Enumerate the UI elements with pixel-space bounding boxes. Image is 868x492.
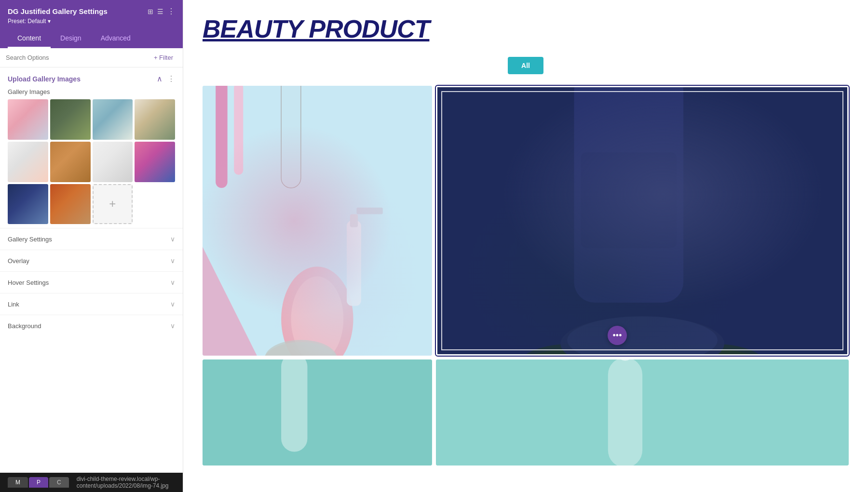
fab-dots-icon: ••• <box>613 331 622 341</box>
svg-rect-2 <box>216 86 227 188</box>
background-header[interactable]: Background ∨ <box>0 315 183 336</box>
sidebar-title: DG Justified Gallery Settings <box>8 7 143 15</box>
filter-row: All <box>203 57 849 74</box>
tab-advanced[interactable]: Advanced <box>91 29 140 48</box>
search-input[interactable] <box>6 54 146 61</box>
gallery-item-large[interactable] <box>203 86 432 356</box>
upload-gallery-title: Upload Gallery Images <box>8 75 81 83</box>
link-label: Link <box>8 301 19 308</box>
bottom-tab-p[interactable]: P <box>29 477 48 488</box>
svg-rect-14 <box>574 87 683 303</box>
filter-all-button[interactable]: All <box>508 57 543 74</box>
gallery-settings-label: Gallery Settings <box>8 236 52 243</box>
svg-point-8 <box>261 342 340 356</box>
thumb-3[interactable] <box>93 99 133 140</box>
thumb-10[interactable] <box>50 184 91 225</box>
overlay-header[interactable]: Overlay ∨ <box>0 250 183 271</box>
svg-point-23 <box>567 316 718 354</box>
link-header[interactable]: Link ∨ <box>0 293 183 315</box>
thumb-6[interactable] <box>50 142 91 182</box>
svg-rect-10 <box>347 221 361 306</box>
selection-border <box>441 91 843 350</box>
thumb-8[interactable] <box>135 142 175 182</box>
sidebar-header: DG Justified Gallery Settings ⊞ ☰ ⋮ Pres… <box>0 0 183 48</box>
thumb-2[interactable] <box>50 99 91 140</box>
sidebar: DG Justified Gallery Settings ⊞ ☰ ⋮ Pres… <box>0 0 183 492</box>
gallery-grid <box>203 86 849 465</box>
link-chevron: ∨ <box>170 300 175 308</box>
svg-rect-18 <box>581 152 676 248</box>
svg-point-22 <box>560 316 724 354</box>
add-image-button[interactable]: + <box>93 184 133 225</box>
sidebar-content: Upload Gallery Images ∧ ⋮ Gallery Images <box>0 67 183 473</box>
svg-point-20 <box>519 344 629 354</box>
upload-gallery-section-header: Upload Gallery Images ∧ ⋮ <box>0 67 183 86</box>
svg-rect-25 <box>281 359 307 452</box>
hover-settings-chevron: ∨ <box>170 279 175 286</box>
svg-rect-28 <box>608 359 642 465</box>
background-label: Background <box>8 322 41 330</box>
sidebar-tabs: Content Design Advanced <box>8 29 175 48</box>
collapse-icon[interactable]: ∧ <box>157 74 163 83</box>
sidebar-title-row: DG Justified Gallery Settings ⊞ ☰ ⋮ <box>8 7 175 16</box>
hover-settings-label: Hover Settings <box>8 279 49 286</box>
image-grid: + <box>0 99 183 228</box>
page-title: BEAUTY PRODUCT <box>203 14 849 43</box>
gallery-settings-chevron: ∨ <box>170 235 175 243</box>
svg-point-21 <box>656 344 765 354</box>
bottom-bar: M P C divi-child-theme-review.local/wp-c… <box>0 473 183 492</box>
gallery-item-sm2[interactable] <box>436 359 849 465</box>
gallery-settings-header[interactable]: Gallery Settings ∨ <box>0 228 183 250</box>
svg-rect-13 <box>437 87 847 354</box>
section-controls: ∧ ⋮ <box>157 74 175 83</box>
overlay-chevron: ∨ <box>170 257 175 265</box>
bottom-url: divi-child-theme-review.local/wp-content… <box>77 476 175 489</box>
grid-icon[interactable]: ⊞ <box>148 8 153 15</box>
thumb-7[interactable] <box>93 142 133 182</box>
bottom-tabs: M P C <box>8 477 69 488</box>
background-chevron: ∨ <box>170 322 175 330</box>
thumb-1[interactable] <box>8 99 48 140</box>
svg-rect-12 <box>356 208 382 214</box>
svg-rect-4 <box>281 86 301 188</box>
hover-settings-section: Hover Settings ∨ <box>0 271 183 293</box>
gallery-page: BEAUTY PRODUCT All <box>183 0 868 492</box>
svg-rect-11 <box>350 214 358 227</box>
svg-rect-3 <box>234 86 243 175</box>
overlay-label: Overlay <box>8 257 29 265</box>
main-layout: DG Justified Gallery Settings ⊞ ☰ ⋮ Pres… <box>0 0 868 492</box>
gallery-settings-section: Gallery Settings ∨ <box>0 228 183 250</box>
gallery-item-sm1[interactable] <box>203 359 432 465</box>
svg-marker-1 <box>203 247 281 356</box>
background-section: Background ∨ <box>0 315 183 336</box>
thumb-4[interactable] <box>135 99 175 140</box>
hover-settings-header[interactable]: Hover Settings ∨ <box>0 272 183 293</box>
svg-point-6 <box>281 266 353 356</box>
bottom-tab-m[interactable]: M <box>8 477 28 488</box>
tab-content[interactable]: Content <box>8 29 51 48</box>
svg-rect-24 <box>203 359 432 465</box>
svg-rect-0 <box>203 86 432 356</box>
thumb-9[interactable] <box>8 184 48 225</box>
sidebar-search-row: + Filter <box>0 48 183 67</box>
svg-point-9 <box>265 340 337 356</box>
preset-label[interactable]: Preset: Default ▾ <box>8 18 175 25</box>
link-section: Link ∨ <box>0 293 183 315</box>
columns-icon[interactable]: ☰ <box>157 8 163 15</box>
overlay-section: Overlay ∨ <box>0 250 183 271</box>
main-content: BEAUTY PRODUCT All <box>183 0 868 492</box>
gallery-item-selected[interactable] <box>436 86 849 356</box>
thumb-5[interactable] <box>8 142 48 182</box>
fab-button[interactable]: ••• <box>608 326 627 345</box>
svg-point-7 <box>291 277 343 356</box>
tab-design[interactable]: Design <box>51 29 91 48</box>
gallery-images-label: Gallery Images <box>0 86 183 99</box>
section-menu-icon[interactable]: ⋮ <box>167 74 175 83</box>
more-icon[interactable]: ⋮ <box>167 7 175 16</box>
bottom-tab-c[interactable]: C <box>49 477 69 488</box>
sidebar-title-icons: ⊞ ☰ ⋮ <box>148 7 175 16</box>
svg-point-19 <box>505 344 779 354</box>
filter-button[interactable]: + Filter <box>150 52 177 63</box>
